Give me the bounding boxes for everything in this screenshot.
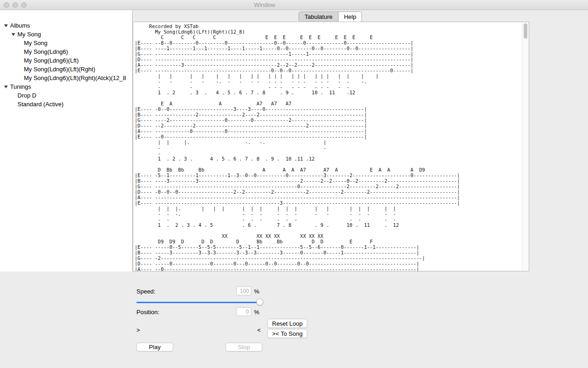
tree-item-label: Drop D xyxy=(17,92,36,99)
tree-item-label: My Song xyxy=(17,31,41,38)
app-window: Window Albums My Song My Song My Song(Ld… xyxy=(0,0,588,368)
tree-item-label: My Song(Ldng6)(Lft)(Rght) xyxy=(24,66,95,73)
tablature-text: Recorded by XSTab My Song(Ldng6)(Lft)(Rg… xyxy=(133,22,529,271)
sidebar-item-tunings[interactable]: Tunings xyxy=(0,82,132,91)
tree-item-label: Albums xyxy=(10,22,30,29)
reset-loop-button[interactable]: Reset Loop xyxy=(267,319,307,328)
position-input[interactable] xyxy=(236,307,251,316)
traffic-lights xyxy=(4,2,27,8)
sidebar-item-albums[interactable]: Albums xyxy=(0,21,132,30)
speed-unit-label: % xyxy=(254,288,260,295)
tree-item-label: My Song xyxy=(24,40,47,46)
sidebar-item-my-song-ldng6-lft-rght-atck[interactable]: My Song(Ldng6)(Lft)(Rght)(Atck)(12_8 xyxy=(0,74,132,82)
tree-item-label: My Song(Ldng6)(Lft)(Rght)(Atck)(12_8 xyxy=(24,75,126,81)
tree-item-label: My Song(Ldng6) xyxy=(24,48,68,55)
play-button[interactable]: Play xyxy=(136,343,173,351)
tab-help[interactable]: Help xyxy=(338,12,362,22)
vertical-scrollbar[interactable] xyxy=(522,22,529,271)
sidebar-item-my-song-ldng6-lft[interactable]: My Song(Ldng6)(Lft) xyxy=(0,56,132,65)
window-title: Window xyxy=(254,1,275,8)
loop-start-marker: > xyxy=(136,327,140,334)
slider-track[interactable] xyxy=(136,302,263,303)
tab-tabulature[interactable]: Tabulature xyxy=(299,12,338,22)
position-unit-label: % xyxy=(254,309,260,316)
tablature-view: Recorded by XSTab My Song(Ldng6)(Lft)(Rg… xyxy=(133,22,529,271)
scrollbar-thumb[interactable] xyxy=(524,23,527,39)
sidebar-item-my-song[interactable]: My Song xyxy=(0,39,132,47)
speed-slider[interactable] xyxy=(136,299,263,306)
speed-input[interactable] xyxy=(236,287,251,295)
slider-knob[interactable] xyxy=(256,299,263,305)
zoom-button[interactable] xyxy=(21,2,27,8)
tree-item-label: Tunings xyxy=(10,83,31,90)
bottom-panel: Output Playback Attributes Speed: % Posi… xyxy=(0,271,588,368)
position-label: Position: xyxy=(136,309,159,316)
speed-label: Speed: xyxy=(136,288,155,295)
sidebar-item-my-song-ldng6-lft-rght[interactable]: My Song(Ldng6)(Lft)(Rght) xyxy=(0,65,132,74)
loop-end-marker: < xyxy=(257,327,261,334)
close-button[interactable] xyxy=(4,2,9,8)
stop-button[interactable]: Stop xyxy=(226,343,262,351)
minimize-button[interactable] xyxy=(12,2,18,8)
sidebar-item-standard-active[interactable]: Standard (Active) xyxy=(0,100,132,109)
sidebar-item-drop-d[interactable]: Drop D xyxy=(0,91,132,100)
disclosure-triangle-icon[interactable] xyxy=(4,86,8,88)
disclosure-triangle-icon[interactable] xyxy=(4,24,8,27)
view-tabs: Tabulature Help xyxy=(299,12,362,22)
tree-item-label: Standard (Active) xyxy=(17,101,63,108)
sidebar-item-my-song-folder[interactable]: My Song xyxy=(0,30,132,39)
title-bar: Window xyxy=(0,0,588,10)
tree-item-label: My Song(Ldng6)(Lft) xyxy=(24,57,79,64)
to-song-button[interactable]: >< To Song xyxy=(267,329,307,338)
sidebar-item-my-song-ldng6[interactable]: My Song(Ldng6) xyxy=(0,47,132,56)
disclosure-triangle-icon[interactable] xyxy=(11,33,15,36)
